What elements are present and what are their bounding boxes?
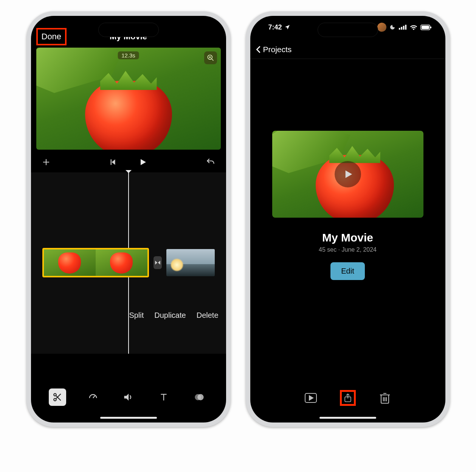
phone-right: 7:42 Projects	[246, 11, 450, 427]
svg-rect-25	[405, 25, 406, 30]
delete-action[interactable]: Delete	[197, 311, 219, 320]
transition-button[interactable]	[153, 256, 162, 269]
split-action[interactable]: Split	[129, 311, 144, 320]
svg-marker-29	[345, 170, 352, 178]
edit-button[interactable]: Edit	[330, 262, 364, 280]
play-project-button[interactable]	[303, 390, 319, 406]
clip-row	[42, 248, 215, 277]
clip-duration-badge: 12.3s	[118, 51, 139, 59]
svg-point-20	[197, 394, 203, 400]
filters-tool[interactable]	[191, 388, 208, 406]
svg-line-1	[211, 59, 213, 61]
editor-toolbar	[31, 388, 226, 411]
volume-tool[interactable]	[119, 388, 137, 406]
svg-marker-10	[158, 261, 160, 265]
svg-rect-22	[398, 28, 400, 30]
project-toolbar	[250, 390, 445, 411]
screen-right: 7:42 Projects	[250, 16, 445, 422]
video-preview[interactable]: 12.3s	[36, 48, 221, 150]
svg-marker-9	[155, 261, 157, 265]
zoom-button[interactable]	[204, 51, 217, 64]
skip-back-button[interactable]	[109, 158, 117, 166]
project-meta: 45 sec · June 2, 2024	[319, 246, 377, 253]
delete-project-button[interactable]	[377, 390, 393, 406]
project-title: My Movie	[322, 231, 373, 244]
selected-clip[interactable]	[42, 248, 149, 277]
screen-left: Done My Movie 12.3s	[31, 16, 226, 422]
svg-rect-7	[110, 159, 111, 165]
cellular-icon	[398, 25, 407, 30]
focus-icon	[389, 24, 395, 30]
dynamic-island	[98, 23, 159, 37]
svg-rect-24	[403, 26, 404, 29]
svg-line-15	[93, 396, 95, 398]
wifi-icon	[410, 24, 417, 30]
svg-marker-8	[141, 159, 146, 165]
phone-left: Done My Movie 12.3s	[26, 11, 231, 427]
clip-thumb-2	[96, 249, 147, 276]
duplicate-action[interactable]: Duplicate	[154, 311, 186, 320]
add-media-button[interactable]	[42, 158, 51, 167]
svg-rect-27	[422, 26, 429, 29]
play-overlay-icon[interactable]	[335, 161, 361, 187]
scissors-tool[interactable]	[49, 388, 66, 406]
undo-button[interactable]	[206, 157, 216, 167]
clip-thumb-1	[44, 249, 96, 276]
clip-actions: Split Duplicate Delete	[129, 311, 218, 320]
dynamic-island	[318, 23, 378, 37]
svg-rect-23	[401, 27, 402, 29]
transport-bar	[31, 152, 226, 172]
clip-2[interactable]	[166, 249, 215, 276]
nav-bar: Projects	[250, 40, 445, 59]
pip-avatar[interactable]	[377, 23, 386, 32]
share-button[interactable]	[340, 390, 356, 406]
speed-tool[interactable]	[84, 388, 102, 406]
svg-rect-28	[430, 26, 431, 28]
svg-marker-16	[124, 394, 129, 401]
titles-tool[interactable]	[155, 388, 172, 406]
status-time: 7:42	[268, 23, 282, 31]
home-indicator[interactable]	[100, 417, 157, 419]
battery-icon	[420, 25, 432, 30]
back-chevron-icon[interactable]	[256, 45, 261, 54]
svg-marker-6	[112, 159, 115, 165]
svg-marker-31	[309, 396, 313, 400]
location-icon	[284, 24, 290, 30]
done-button[interactable]: Done	[36, 28, 67, 45]
strawberry-graphic	[85, 81, 172, 150]
back-label[interactable]: Projects	[263, 45, 292, 54]
home-indicator[interactable]	[319, 417, 376, 419]
play-button[interactable]	[138, 158, 147, 167]
svg-marker-21	[285, 25, 290, 29]
timeline[interactable]: Split Duplicate Delete	[31, 172, 226, 354]
project-area: My Movie 45 sec · June 2, 2024 Edit	[250, 131, 445, 280]
project-thumbnail[interactable]	[272, 131, 423, 218]
